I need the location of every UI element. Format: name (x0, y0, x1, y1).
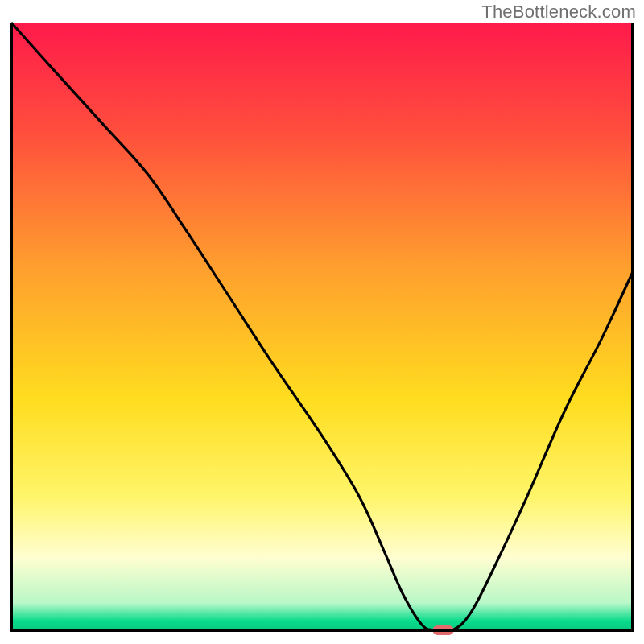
chart-container: TheBottleneck.com (0, 0, 644, 644)
bottleneck-chart (0, 0, 644, 644)
plot-area (11, 23, 633, 635)
gradient-background (11, 23, 633, 630)
